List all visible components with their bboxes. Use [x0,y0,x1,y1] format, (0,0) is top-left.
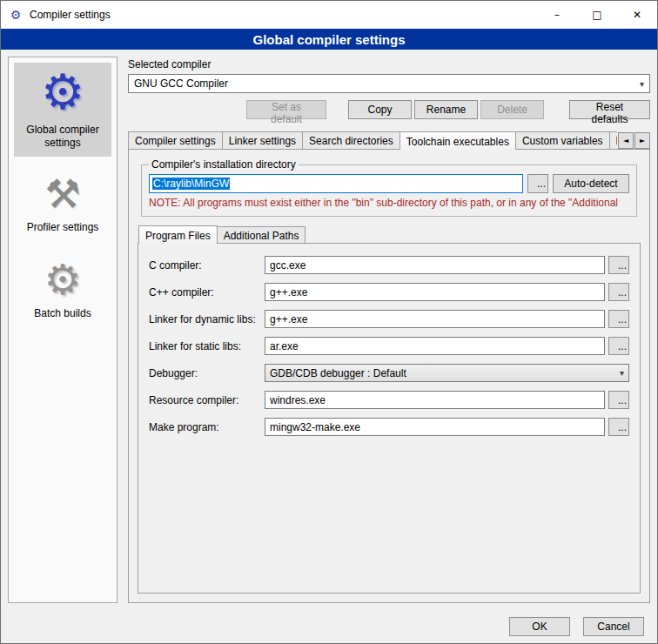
tab-toolchain-executables[interactable]: Toolchain executables [400,131,516,150]
installation-directory-group: Compiler's installation directory C:\ray… [141,158,637,217]
sidebar-item-batch-builds[interactable]: ⚙ Batch builds [14,253,111,327]
sidebar-item-label: Batch builds [34,307,91,319]
reset-defaults-button[interactable]: Reset defaults [569,100,650,119]
compiler-settings-window: ⚙ Compiler settings – □ ✕ Global compile… [0,0,658,644]
field-row-resource-compiler: Resource compiler: windres.exe ... [149,391,629,409]
field-row-debugger: Debugger: GDB/CDB debugger : Default ▾ [149,364,629,382]
tab-custom-variables[interactable]: Custom variables [515,131,610,149]
field-row-make-program: Make program: mingw32-make.exe ... [149,418,629,436]
static-linker-browse-button[interactable]: ... [608,337,629,355]
resource-compiler-value: windres.exe [270,394,326,406]
cpp-compiler-value: g++.exe [270,286,307,299]
subtab-program-files[interactable]: Program Files [138,225,218,244]
installation-directory-legend: Compiler's installation directory [149,158,299,171]
c-compiler-browse-button[interactable]: ... [608,256,629,274]
selected-compiler-label: Selected compiler [128,58,650,70]
compiler-select-value: GNU GCC Compiler [134,77,640,90]
gear-icon: ⚙ [16,68,110,117]
close-button[interactable]: ✕ [617,1,657,29]
resource-compiler-input[interactable]: windres.exe [265,391,605,409]
settings-tabstrip: Compiler settings Linker settings Search… [128,131,650,150]
compiler-button-row: Set as default Copy Rename Delete Reset … [128,100,650,119]
cpp-compiler-browse-button[interactable]: ... [608,283,629,301]
window-controls: – □ ✕ [537,1,657,29]
app-icon: ⚙ [9,8,23,22]
chevron-down-icon: ▾ [620,368,624,378]
cpp-compiler-label: C++ compiler: [149,286,265,299]
make-program-input[interactable]: mingw32-make.exe [265,418,605,436]
dynamic-linker-browse-button[interactable]: ... [608,310,629,328]
debugger-select[interactable]: GDB/CDB debugger : Default ▾ [265,364,629,382]
tab-build-options[interactable]: Buil [609,131,617,149]
field-row-static-linker: Linker for static libs: ar.exe ... [149,337,629,355]
field-row-c-compiler: C compiler: gcc.exe ... [149,256,629,274]
tab-search-directories[interactable]: Search directories [302,131,400,149]
tab-linker-settings[interactable]: Linker settings [222,131,303,149]
dialog-body: ⚙ Global compiler settings ⚒ Profiler se… [1,50,657,610]
dynamic-linker-label: Linker for dynamic libs: [149,313,265,325]
main-panel: Selected compiler GNU GCC Compiler ▾ Set… [118,50,657,610]
sidebar-item-label: Profiler settings [27,221,99,233]
profiler-icon: ⚒ [16,174,110,214]
static-linker-label: Linker for static libs: [149,340,265,352]
c-compiler-label: C compiler: [149,259,265,272]
make-program-browse-button[interactable]: ... [608,418,629,436]
resource-compiler-label: Resource compiler: [149,394,265,406]
dynamic-linker-value: g++.exe [270,313,307,325]
c-compiler-input[interactable]: gcc.exe [265,256,605,274]
make-program-value: mingw32-make.exe [270,421,360,433]
minimize-button[interactable]: – [537,1,577,29]
debugger-label: Debugger: [149,367,265,379]
sidebar-item-global-compiler-settings[interactable]: ⚙ Global compiler settings [14,63,111,157]
toolchain-executables-panel: Compiler's installation directory C:\ray… [128,149,650,603]
tab-scroll-right-icon[interactable]: ► [634,132,650,149]
rename-button[interactable]: Rename [414,100,478,119]
browse-directory-button[interactable]: ... [527,174,548,193]
ok-button[interactable]: OK [509,617,570,636]
static-linker-input[interactable]: ar.exe [265,337,605,355]
sidebar-item-label: Global compiler settings [26,124,98,149]
debugger-value: GDB/CDB debugger : Default [270,367,620,379]
installation-directory-value: C:\raylib\MinGW [152,178,230,190]
window-title: Compiler settings [30,9,111,21]
c-compiler-value: gcc.exe [270,259,306,272]
make-program-label: Make program: [149,421,265,433]
titlebar: ⚙ Compiler settings – □ ✕ [1,1,657,29]
delete-button[interactable]: Delete [480,100,544,119]
subtab-additional-paths[interactable]: Additional Paths [217,226,306,244]
installation-directory-input[interactable]: C:\raylib\MinGW [149,174,523,193]
tab-compiler-settings[interactable]: Compiler settings [128,131,223,149]
field-row-dynamic-linker: Linker for dynamic libs: g++.exe ... [149,310,629,328]
tab-scroll-buttons: ◄ ► [618,132,650,149]
batch-builds-icon: ⚙ [16,258,110,300]
set-as-default-button[interactable]: Set as default [246,100,326,119]
dynamic-linker-input[interactable]: g++.exe [265,310,605,328]
compiler-select[interactable]: GNU GCC Compiler ▾ [128,74,650,93]
tab-scroll-left-icon[interactable]: ◄ [618,132,634,149]
resource-compiler-browse-button[interactable]: ... [608,391,629,409]
static-linker-value: ar.exe [270,340,299,352]
maximize-button[interactable]: □ [577,1,617,29]
auto-detect-button[interactable]: Auto-detect [553,174,629,193]
field-row-cpp-compiler: C++ compiler: g++.exe ... [149,283,629,301]
cancel-button[interactable]: Cancel [583,617,644,636]
chevron-down-icon: ▾ [640,79,644,89]
cpp-compiler-input[interactable]: g++.exe [265,283,605,301]
dialog-header: Global compiler settings [1,29,657,50]
installation-directory-row: C:\raylib\MinGW ... Auto-detect [149,174,629,193]
dialog-footer: OK Cancel [1,610,657,643]
settings-sidebar: ⚙ Global compiler settings ⚒ Profiler se… [8,57,118,603]
program-files-panel: C compiler: gcc.exe ... C++ compiler: g+… [138,243,641,594]
program-files-tabstrip: Program Files Additional Paths [138,225,641,244]
sidebar-item-profiler-settings[interactable]: ⚒ Profiler settings [14,169,111,241]
copy-button[interactable]: Copy [348,100,412,119]
bin-subdirectory-note: NOTE: All programs must exist either in … [149,197,629,209]
tabs: Compiler settings Linker settings Search… [128,131,617,150]
